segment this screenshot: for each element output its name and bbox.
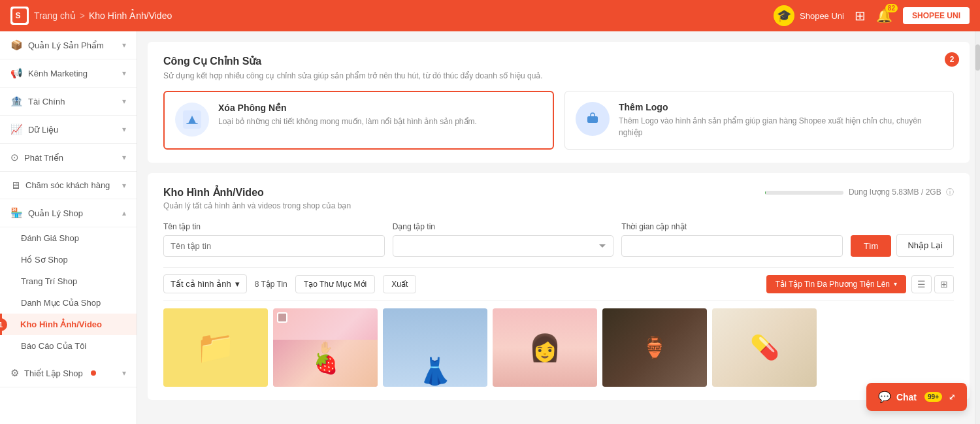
breadcrumb-home[interactable]: Trang chủ [34,10,76,21]
sidebar-item-tai-chinh[interactable]: 🏦 Tài Chính ▾ [0,88,137,116]
chevron-down-icon: ▾ [122,41,126,50]
sidebar-sub-danh-gia-shop[interactable]: Đánh Giá Shop [0,227,137,249]
reset-button[interactable]: Nhập Lại [896,234,954,257]
sub-label-danh-muc: Danh Mục Của Shop [21,298,101,308]
sidebar-item-du-lieu[interactable]: 📈 Dữ Liệu ▾ [0,116,137,144]
chevron-down-icon: ▾ [122,181,126,190]
date-input[interactable] [621,235,843,257]
sidebar-sub-bao-cao[interactable]: Báo Cáo Của Tôi [0,335,137,357]
sidebar-item-cham-soc[interactable]: 🖥 Chăm sóc khách hàng ▾ [0,172,137,199]
media-item-3[interactable]: 👗 [383,308,487,387]
media-item-2[interactable]: 🍓 ✋ [273,308,378,387]
search-button[interactable]: Tìm [851,235,891,257]
filters-row: Tên tập tin Dạng tập tin Hình ảnh Video … [163,222,954,257]
media-item-1[interactable]: 📁 [163,308,268,387]
tools-grid: Xóa Phông Nền Loại bỏ những chi tiết khô… [163,91,954,150]
tools-card: Công Cụ Chỉnh Sửa Sử dụng kết hợp nhiều … [148,42,970,163]
media-item-6[interactable]: 💊 [712,308,817,387]
sidebar-label-tai-chinh: Tài Chính [28,97,65,106]
tools-title: Công Cụ Chỉnh Sửa [163,55,954,67]
tool-info-2: Thêm Logo Thêm Logo vào hình ảnh sản phẩ… [619,102,943,139]
sidebar-sub-ho-so-shop[interactable]: Hồ Sơ Shop [0,249,137,270]
info-icon[interactable]: ⓘ [946,188,954,197]
box-icon: 📦 [10,39,23,51]
sidebar-item-thiet-lap-shop[interactable]: ⚙ Thiết Lập Shop ▾ [0,359,137,387]
sidebar-sub-kho-hinh-anh[interactable]: 1 Kho Hình Ảnh/Video [0,314,137,335]
date-label: Thời gian cập nhật [621,222,843,231]
chat-button[interactable]: 💬 Chat 99+ ⤢ [866,383,967,411]
sub-label-ho-so: Hồ Sơ Shop [21,255,68,265]
tools-subtitle: Sử dụng kết hợp nhiều công cụ chỉnh sửa … [163,71,954,80]
export-button[interactable]: Xuất [383,275,416,293]
sidebar-sub-trang-tri-shop[interactable]: Trang Trí Shop [0,270,137,292]
main-layout: 📦 Quản Lý Sản Phẩm ▾ 📢 Kênh Marketing ▾ … [0,31,980,424]
step-2-badge: 2 [945,52,959,67]
finance-icon: 🏦 [10,95,23,107]
scrollbar-track[interactable] [975,31,980,424]
file-type-select[interactable]: Hình ảnh Video [393,235,614,257]
sidebar: 📦 Quản Lý Sản Phẩm ▾ 📢 Kênh Marketing ▾ … [0,31,137,424]
shopee-uni-avatar: 🎓 [774,5,794,26]
bell-icon[interactable]: 🔔 82 [876,8,892,24]
notification-badge: 82 [885,4,898,12]
toolbar-left: Tất cả hình ảnh ▾ 8 Tập Tin Tạo Thư Mục … [163,274,416,293]
toolbar-right: Tải Tập Tin Đa Phương Tiện Lên ▾ ☰ ⊞ [766,275,954,293]
shopee-uni-button[interactable]: SHOPEE UNI [903,7,970,24]
chevron-down-icon: ▾ [122,125,126,134]
tool-desc-xoa: Loại bỏ những chi tiết không mong muốn, … [218,116,477,127]
sidebar-item-quan-ly-san-pham[interactable]: 📦 Quản Lý Sản Phẩm ▾ [0,31,137,59]
sidebar-badge-1: 1 [0,318,7,331]
filter-file-name: Tên tập tin [163,222,385,257]
chat-icon: 💬 [878,391,891,403]
media-header: Kho Hình Ảnh/Video Dung lượng 5.83MB / 2… [163,186,954,199]
tool-title-xoa: Xóa Phông Nền [218,103,477,113]
header-right: 🎓 Shopee Uni ⊞ 🔔 82 SHOPEE UNI [774,5,970,26]
header: S Trang chủ > Kho Hình Ảnh/Video 🎓 Shope… [0,0,980,31]
cursor-icon: ✋ [318,340,333,355]
sub-label-bao-cao: Báo Cáo Của Tôi [21,341,86,351]
sidebar-item-kenh-marketing[interactable]: 📢 Kênh Marketing ▾ [0,59,137,88]
shop-icon: 🏪 [10,207,23,219]
upload-button[interactable]: Tải Tập Tin Đa Phương Tiện Lên ▾ [766,275,906,293]
thumb-checkbox-2[interactable] [277,312,287,323]
svg-rect-4 [587,116,598,123]
chat-label: Chat [896,392,917,402]
data-icon: 📈 [10,123,23,135]
sidebar-item-phat-trien[interactable]: ⊙ Phát Triển ▾ [0,144,137,172]
sidebar-label-du-lieu: Dữ Liệu [28,125,58,135]
file-count: 8 Tập Tin [255,280,287,289]
tool-xoa-phong-nen[interactable]: Xóa Phông Nền Loại bỏ những chi tiết khô… [163,91,554,150]
filter-date: Thời gian cập nhật [621,222,843,257]
breadcrumb: Trang chủ > Kho Hình Ảnh/Video [34,10,172,21]
folder-icon: 📁 [196,329,235,366]
sidebar-sub-danh-muc[interactable]: Danh Mục Của Shop [0,292,137,314]
tool-them-logo[interactable]: Thêm Logo Thêm Logo vào hình ảnh sản phẩ… [564,91,954,150]
chevron-down-icon: ▾ [122,153,126,162]
file-name-input[interactable] [163,235,385,257]
filter-file-type: Dạng tập tin Hình ảnh Video [393,222,614,257]
upload-label: Tải Tập Tin Đa Phương Tiện Lên [776,280,890,289]
breadcrumb-separator: > [80,10,85,21]
upload-chevron-icon: ▾ [894,280,897,287]
sidebar-label-kenh-marketing: Kênh Marketing [28,69,88,78]
product-icon: 🏺 [642,335,668,360]
tool-icon-wrapper [175,103,209,137]
media-item-5[interactable]: 🏺 [602,308,707,387]
media-title: Kho Hình Ảnh/Video [163,186,264,199]
all-images-dropdown[interactable]: Tất cả hình ảnh ▾ [163,274,247,293]
shopee-logo[interactable]: S [10,7,29,25]
develop-icon: ⊙ [10,152,19,163]
grid-icon[interactable]: ⊞ [855,8,866,24]
chevron-up-icon: ▴ [122,208,126,218]
sidebar-item-quan-ly-shop[interactable]: 🏪 Quản Lý Shop ▴ [0,199,137,227]
list-view-button[interactable]: ☰ [911,275,932,293]
tool-desc-logo: Thêm Logo vào hình ảnh sản phẩm giúp gia… [619,115,943,139]
file-type-label: Dạng tập tin [393,222,614,231]
chat-badge: 99+ [924,392,942,402]
scrollbar-thumb[interactable] [975,44,980,71]
svg-text:S: S [15,11,20,20]
grid-view-button[interactable]: ⊞ [934,275,954,293]
all-images-label: Tất cả hình ảnh [171,279,231,289]
create-folder-button[interactable]: Tạo Thư Mục Mới [295,275,375,293]
media-item-4[interactable]: 👩 [493,308,597,387]
